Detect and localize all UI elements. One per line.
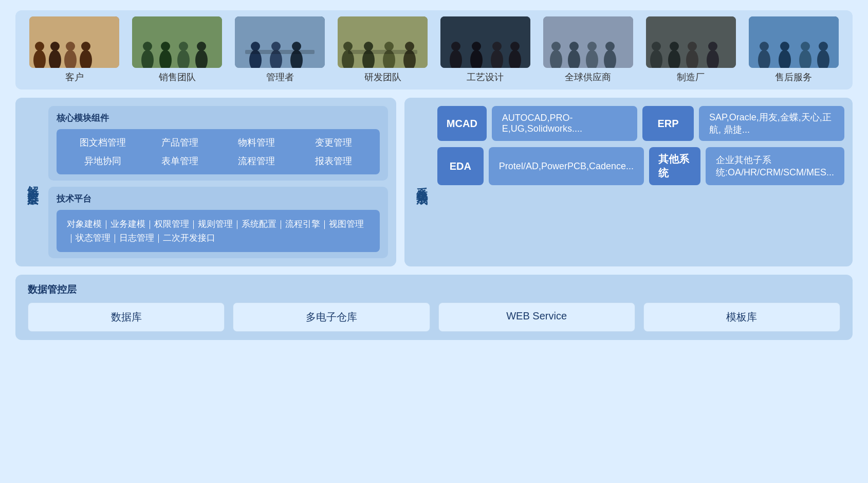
persona-label-zhizaochang: 制造厂: [677, 71, 705, 83]
persona-label-xiaoshou: 销售团队: [159, 71, 196, 83]
svg-point-60: [688, 42, 697, 51]
integration-tag: ERP: [642, 106, 694, 141]
svg-point-58: [670, 42, 679, 51]
persona-photo-xiaoshou: [132, 16, 222, 68]
data-control-item: WEB Service: [438, 302, 635, 332]
tech-platform-section: 技术平台 对象建模｜业务建模｜权限管理｜规则管理｜系统配置｜流程引擎｜视图管理｜…: [48, 187, 388, 258]
persona-photo-gongyinglian: [543, 16, 633, 68]
persona-item-guanlizhe: 管理者: [231, 16, 329, 83]
svg-point-40: [472, 42, 481, 51]
persona-photo-zhizaochang: [646, 16, 736, 68]
integration-detail: SAP,Oracle,用友,金蝶,天心,正航, 鼎捷...: [699, 106, 844, 141]
persona-item-gongyinglian: 全球供应商: [539, 16, 637, 83]
persona-label-guanlizhe: 管理者: [266, 71, 294, 83]
persona-item-kehu: 客户: [26, 16, 123, 83]
svg-point-8: [81, 42, 90, 51]
svg-point-2: [35, 42, 44, 51]
persona-photo-kehu: [29, 16, 119, 68]
svg-point-47: [551, 42, 561, 51]
svg-point-11: [143, 42, 152, 51]
persona-label-yanfa: 研发团队: [364, 71, 401, 83]
solution-content: 核心模块组件 图文档管理产品管理物料管理变更管理异地协同表单管理流程管理报表管理…: [48, 106, 388, 258]
data-control-layer: 数据管控层 数据库多电子仓库WEB Service模板库: [15, 275, 853, 340]
svg-point-4: [50, 42, 60, 51]
svg-rect-35: [348, 50, 417, 54]
svg-point-20: [251, 42, 260, 51]
data-control-items: 数据库多电子仓库WEB Service模板库: [28, 302, 840, 332]
module-item: 报表管理: [298, 155, 370, 167]
integration-row: EDAProtel/AD,PowerPCB,Cadence...其他系统企业其他…: [437, 147, 844, 185]
svg-point-28: [343, 42, 353, 51]
svg-point-17: [197, 42, 206, 51]
integration-row: MCADAUTOCAD,PRO-E,UG,Solidworks....ERPSA…: [437, 106, 844, 141]
persona-photo-shouhou: [749, 16, 839, 68]
persona-label-shouhou: 售后服务: [775, 71, 812, 83]
svg-point-56: [652, 42, 661, 51]
module-item: 物料管理: [220, 136, 292, 149]
module-item: 图文档管理: [67, 136, 139, 149]
svg-point-15: [179, 42, 188, 51]
module-item: 流程管理: [220, 155, 292, 167]
persona-photo-gongyi: [440, 16, 530, 68]
system-integration-layer: 系统集成 MCADAUTOCAD,PRO-E,UG,Solidworks....…: [404, 98, 853, 266]
persona-item-yanfa: 研发团队: [334, 16, 432, 83]
svg-point-38: [451, 42, 460, 51]
svg-point-34: [405, 42, 414, 51]
svg-point-6: [66, 42, 75, 51]
persona-label-kehu: 客户: [65, 71, 84, 83]
middle-sections: 解决方案层 核心模块组件 图文档管理产品管理物料管理变更管理异地协同表单管理流程…: [15, 98, 853, 266]
tech-platform-subtitle: 技术平台: [57, 193, 380, 205]
persona-label-gongyinglian: 全球供应商: [565, 71, 611, 83]
personas-row: 客户销售团队管理者研发团队工艺设计全球供应商制造厂售后服务: [15, 10, 853, 90]
persona-item-xiaoshou: 销售团队: [128, 16, 226, 83]
core-modules-section: 核心模块组件 图文档管理产品管理物料管理变更管理异地协同表单管理流程管理报表管理: [48, 106, 388, 181]
svg-point-22: [271, 42, 281, 51]
svg-point-65: [760, 42, 769, 51]
persona-item-shouhou: 售后服务: [745, 16, 842, 83]
svg-point-71: [819, 42, 828, 51]
solution-layer: 解决方案层 核心模块组件 图文档管理产品管理物料管理变更管理异地协同表单管理流程…: [15, 98, 396, 266]
integration-detail: AUTOCAD,PRO-E,UG,Solidworks....: [492, 106, 637, 141]
svg-point-69: [801, 42, 810, 51]
persona-item-zhizaochang: 制造厂: [642, 16, 740, 83]
module-item: 异地协同: [67, 155, 139, 167]
persona-photo-yanfa: [338, 16, 428, 68]
integration-tag: EDA: [437, 147, 484, 185]
module-item: 表单管理: [144, 155, 216, 167]
solution-layer-title: 解决方案层: [24, 106, 42, 258]
svg-point-44: [510, 42, 520, 51]
svg-point-13: [161, 42, 170, 51]
data-control-item: 数据库: [28, 302, 225, 332]
module-item: 变更管理: [298, 136, 370, 149]
svg-rect-25: [245, 50, 315, 54]
module-item: 产品管理: [144, 136, 216, 149]
svg-point-67: [780, 42, 789, 51]
integration-detail: Protel/AD,PowerPCB,Cadence...: [489, 147, 644, 185]
main-container: 客户销售团队管理者研发团队工艺设计全球供应商制造厂售后服务 解决方案层 核心模块…: [0, 0, 868, 483]
tech-platform-bar: 对象建模｜业务建模｜权限管理｜规则管理｜系统配置｜流程引擎｜视图管理｜状态管理｜…: [57, 210, 380, 252]
svg-point-42: [492, 42, 502, 51]
persona-photo-guanlizhe: [235, 16, 325, 68]
system-integration-title: 系统集成: [413, 106, 431, 258]
svg-point-53: [605, 42, 615, 51]
persona-label-gongyi: 工艺设计: [467, 71, 504, 83]
svg-point-30: [364, 42, 373, 51]
integration-tag: 其他系统: [649, 147, 700, 185]
data-control-item: 模板库: [643, 302, 840, 332]
svg-point-62: [708, 42, 717, 51]
svg-point-51: [587, 42, 597, 51]
svg-point-24: [292, 42, 301, 51]
integration-detail: 企业其他子系统:OA/HR/CRM/SCM/MES...: [706, 147, 844, 185]
integration-content: MCADAUTOCAD,PRO-E,UG,Solidworks....ERPSA…: [437, 106, 844, 258]
persona-item-gongyi: 工艺设计: [437, 16, 534, 83]
module-grid: 图文档管理产品管理物料管理变更管理异地协同表单管理流程管理报表管理: [57, 129, 380, 174]
svg-point-32: [384, 42, 394, 51]
core-modules-subtitle: 核心模块组件: [57, 112, 380, 124]
data-control-title: 数据管控层: [28, 283, 840, 296]
integration-tag: MCAD: [437, 106, 487, 141]
data-control-item: 多电子仓库: [233, 302, 430, 332]
svg-point-49: [569, 42, 579, 51]
